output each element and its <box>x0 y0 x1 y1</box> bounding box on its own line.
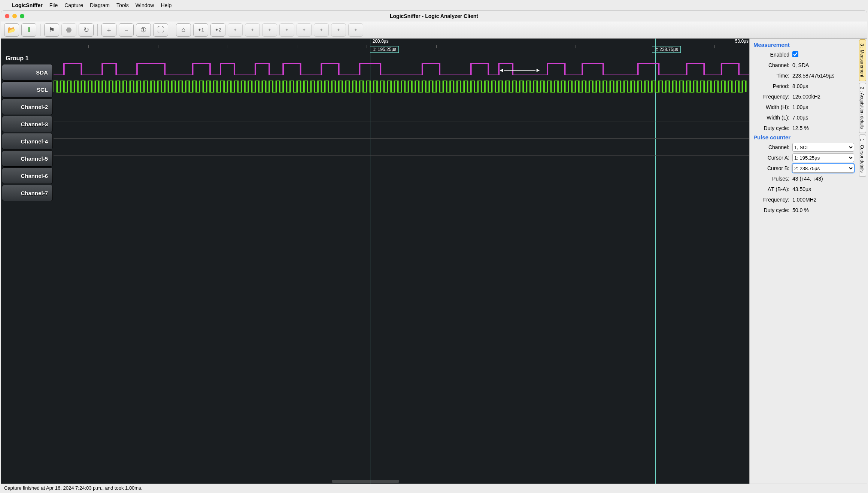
m-freq-label: Frequency: <box>753 94 792 100</box>
horizontal-scrollbar-thumb[interactable] <box>332 480 399 483</box>
home-icon: ⌂ <box>182 26 186 34</box>
cursor8-icon: ✦ <box>319 27 323 33</box>
measurement-arrow: ◄——————► <box>499 67 541 73</box>
zoom-in-button[interactable]: ＋ <box>101 23 116 37</box>
save-button[interactable]: ⬇ <box>21 23 36 37</box>
menu-capture[interactable]: Capture <box>64 2 83 8</box>
cursor9-icon: ✦ <box>337 27 340 33</box>
pc-cursorA-select[interactable]: 1: 195.25µs <box>792 153 854 162</box>
open-button[interactable]: 📂 <box>4 23 19 37</box>
side-panel: Measurement Enabled Channel:0, SDA Time:… <box>749 39 858 484</box>
wave-row-ch5 <box>54 148 749 165</box>
pc-cursorB-select[interactable]: 2: 238.75µs <box>792 164 854 173</box>
pc-pulses-value: 43 (↑44, ↓43) <box>792 176 854 182</box>
m-time-value: 223.587475149µs <box>792 73 854 79</box>
cursor2-icon: ✦2 <box>215 27 221 33</box>
zoom-default-button[interactable]: ① <box>136 23 151 37</box>
sda-waveform <box>54 62 749 77</box>
vtab-measurement[interactable]: 3 : Measurement <box>859 39 866 81</box>
wave-row-ch7 <box>54 182 749 200</box>
goto-cursor-5-button[interactable]: ✦ <box>262 23 277 37</box>
channel-label-sda[interactable]: SDA <box>2 64 53 81</box>
pc-dt-label: ΔT (B-A): <box>753 186 792 192</box>
maximize-button[interactable] <box>20 14 24 18</box>
waveform-area[interactable]: Group 1 SDA SCL Channel-2 Channel-3 Chan… <box>1 39 749 484</box>
time-ruler: 200.0µs 50.0µs 1: 195.25µs 2: 238.75µs <box>54 39 749 51</box>
channel-label-2[interactable]: Channel-2 <box>2 99 53 115</box>
m-duty-value: 12.5 % <box>792 125 854 131</box>
measurement-heading: Measurement <box>753 42 854 48</box>
cursor7-icon: ✦ <box>302 27 306 33</box>
goto-cursor-8-button[interactable]: ✦ <box>314 23 329 37</box>
flag-icon: ⚑ <box>49 26 55 34</box>
system-menubar: LogicSniffer File Capture Diagram Tools … <box>0 0 868 10</box>
cursor1-icon: ✦1 <box>198 27 204 33</box>
channel-label-4[interactable]: Channel-4 <box>2 133 53 149</box>
scl-waveform <box>54 79 749 94</box>
m-period-value: 8.00µs <box>792 83 854 89</box>
m-time-label: Time: <box>753 73 792 79</box>
status-bar: Capture finished at Apr 16, 2024 7:24:03… <box>1 484 867 492</box>
channel-label-7[interactable]: Channel-7 <box>2 185 53 201</box>
app-name[interactable]: LogicSniffer <box>12 2 43 8</box>
channel-label-3[interactable]: Channel-3 <box>2 116 53 132</box>
vtab-acquisition[interactable]: 2 : Acquisition details <box>859 83 866 133</box>
minimize-button[interactable] <box>12 14 17 18</box>
traffic-lights <box>5 14 24 18</box>
goto-trigger-button[interactable]: ⌂ <box>176 23 191 37</box>
cursor4-icon: ✦ <box>251 27 254 33</box>
refresh-icon: ↻ <box>84 26 89 34</box>
fit-icon: ⛶ <box>157 26 164 34</box>
wave-row-ch2 <box>54 96 749 114</box>
menu-help[interactable]: Help <box>161 2 172 8</box>
goto-cursor-10-button[interactable]: ✦ <box>348 23 363 37</box>
goto-cursor-2-button[interactable]: ✦2 <box>210 23 225 37</box>
wave-row-scl <box>54 79 749 96</box>
goto-cursor-7-button[interactable]: ✦ <box>297 23 312 37</box>
goto-cursor-6-button[interactable]: ✦ <box>279 23 294 37</box>
vertical-tabs: 3 : Measurement 2 : Acquisition details … <box>858 39 867 484</box>
enabled-checkbox[interactable] <box>792 51 798 57</box>
zoom-fit-button[interactable]: ⛶ <box>153 23 168 37</box>
goto-cursor-4-button[interactable]: ✦ <box>245 23 260 37</box>
m-channel-value: 0, SDA <box>792 62 854 68</box>
m-widthL-label: Width (L): <box>753 115 792 121</box>
capture-stop-button[interactable]: ⬣ <box>61 23 76 37</box>
wave-row-ch3 <box>54 114 749 131</box>
zoom-out-button[interactable]: － <box>119 23 134 37</box>
goto-cursor-3-button[interactable]: ✦ <box>228 23 243 37</box>
menu-file[interactable]: File <box>49 2 58 8</box>
channel-label-5[interactable]: Channel-5 <box>2 150 53 167</box>
capture-begin-button[interactable]: ⚑ <box>44 23 59 37</box>
goto-cursor-1-button[interactable]: ✦1 <box>193 23 208 37</box>
repeat-capture-button[interactable]: ↻ <box>79 23 94 37</box>
pc-pulses-label: Pulses: <box>753 176 792 182</box>
channel-label-6[interactable]: Channel-6 <box>2 167 53 184</box>
channel-label-scl[interactable]: SCL <box>2 81 53 98</box>
vtab-cursor-details[interactable]: 1 : Cursor details <box>859 134 866 177</box>
pc-freq-label: Frequency: <box>753 197 792 203</box>
m-widthL-value: 7.00µs <box>792 115 854 121</box>
one-icon: ① <box>140 26 146 34</box>
menu-diagram[interactable]: Diagram <box>90 2 110 8</box>
close-button[interactable] <box>5 14 9 18</box>
pc-cursorA-label: Cursor A: <box>753 155 792 161</box>
minus-icon: － <box>123 25 130 34</box>
folder-open-icon: 📂 <box>7 26 16 34</box>
pc-duty-value: 50.0 % <box>792 207 854 213</box>
waveform-canvas[interactable]: 200.0µs 50.0µs 1: 195.25µs 2: 238.75µs <box>54 39 749 484</box>
wave-row-ch6 <box>54 165 749 182</box>
stop-icon: ⬣ <box>66 26 72 34</box>
menu-tools[interactable]: Tools <box>116 2 129 8</box>
app-window: LogicSniffer - Logic Analyzer Client 📂 ⬇… <box>1 10 867 492</box>
cursor6-icon: ✦ <box>285 27 289 33</box>
cursor10-icon: ✦ <box>354 27 358 33</box>
save-download-icon: ⬇ <box>26 26 32 34</box>
pc-channel-label: Channel: <box>753 144 792 150</box>
enabled-label: Enabled <box>753 52 792 58</box>
pc-channel-select[interactable]: 1, SCL <box>792 143 854 152</box>
goto-cursor-9-button[interactable]: ✦ <box>331 23 346 37</box>
menu-window[interactable]: Window <box>136 2 154 8</box>
plus-icon: ＋ <box>106 25 112 34</box>
m-period-label: Period: <box>753 83 792 89</box>
